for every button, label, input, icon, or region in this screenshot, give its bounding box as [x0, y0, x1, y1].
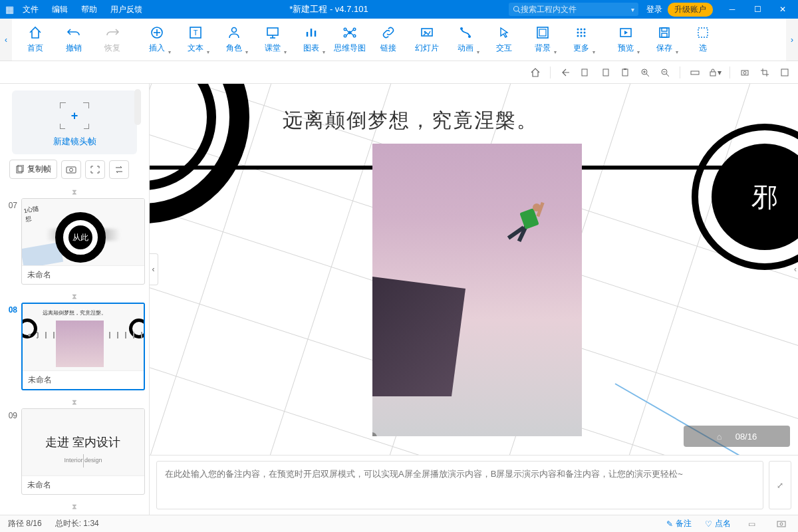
zoom-out-icon[interactable]	[658, 66, 672, 79]
timer-icon: ⧗	[4, 290, 145, 303]
canvas-headline[interactable]: 远离颠倒梦想，究竟涅槃。	[283, 107, 538, 134]
minimize-button[interactable]: ─	[720, 0, 745, 19]
copy-frame-button[interactable]: 复制帧	[9, 160, 57, 179]
ribbon-mindmap-button[interactable]: 思维导图	[331, 21, 369, 58]
ribbon-plus-circle-button[interactable]: 插入▾	[138, 21, 176, 58]
ribbon-interact-button[interactable]: 交互	[485, 21, 523, 58]
expand-icon[interactable]	[778, 66, 791, 79]
canvas-image[interactable]: 8	[372, 144, 582, 436]
chart-icon	[304, 25, 319, 40]
close-button[interactable]: ✕	[770, 0, 795, 19]
frame-thumbnail: 走进 室内设计Interior design	[22, 409, 144, 475]
svg-point-27	[584, 29, 586, 31]
chevron-down-icon: ▾	[593, 49, 595, 55]
ribbon-board-button[interactable]: 课堂▾	[253, 21, 292, 58]
new-frame-button[interactable]: + 新建镜头帧	[12, 90, 137, 154]
ribbon-label: 链接	[380, 43, 396, 54]
ribbon-label: 选	[699, 43, 707, 54]
app-logo-icon: ▦	[3, 3, 16, 16]
chevron-down-icon[interactable]: ▾	[631, 6, 634, 13]
canvas-stage[interactable]: 远离颠倒梦想，究竟涅槃。 8 邪 ⌂ 08/16 ‹ ‹	[150, 84, 798, 455]
frame-item-08[interactable]: 08 远离颠倒梦想，究竟涅槃。 未命名	[4, 303, 145, 390]
slides-icon	[420, 25, 434, 40]
ruler-icon[interactable]	[688, 66, 702, 79]
plus-icon: +	[71, 109, 78, 123]
maximize-button[interactable]: ☐	[745, 0, 770, 19]
ribbon-anim-button[interactable]: 动画▾	[446, 21, 485, 58]
search-box[interactable]: ▾	[509, 3, 638, 16]
like-button[interactable]: ♡ 点名	[705, 518, 731, 529]
frame-name: 未命名	[22, 475, 144, 494]
ribbon-label: 保存	[656, 43, 672, 54]
screen-icon[interactable]: ▭	[744, 519, 759, 529]
frame-item-09[interactable]: 09 走进 室内设计Interior design 未命名	[4, 408, 145, 495]
ribbon-save-button[interactable]: 保存▾	[645, 21, 684, 58]
frame-item-07[interactable]: 07 1心随想从此 未命名	[4, 198, 145, 285]
frame-name: 未命名	[23, 370, 144, 389]
notes-toggle-button[interactable]: ✎ 备注	[666, 518, 692, 529]
ribbon-scroll-right[interactable]: ›	[786, 19, 798, 61]
ribbon-home-button[interactable]: 首页	[16, 21, 55, 58]
upgrade-button[interactable]: 升级账户	[668, 3, 713, 17]
camera-icon[interactable]	[773, 520, 790, 528]
more-icon	[574, 25, 589, 40]
collapse-left-icon[interactable]: ‹	[150, 253, 158, 285]
svg-line-49	[666, 74, 669, 76]
status-duration: 总时长: 1:34	[55, 518, 99, 529]
ribbon-select-button[interactable]: 选	[684, 21, 722, 58]
svg-rect-19	[422, 29, 432, 36]
anim-icon	[458, 25, 473, 40]
ribbon-preview-button[interactable]: 预览▾	[606, 21, 645, 58]
frame-list[interactable]: ⧗ 07 1心随想从此 未命名 ⧗ 08 远离颠倒梦想，究竟涅槃。 未命名	[0, 186, 149, 515]
ribbon-label: 撤销	[66, 43, 82, 54]
menu-edit[interactable]: 编辑	[45, 0, 74, 19]
timer-icon: ⧗	[4, 500, 145, 513]
ribbon-text-button[interactable]: T文本▾	[176, 21, 215, 58]
statusbar: 路径 8/16 总时长: 1:34 ✎ 备注 ♡ 点名 ▭	[0, 515, 798, 532]
ribbon-bg-button[interactable]: 背景▾	[523, 21, 562, 58]
search-icon	[513, 5, 521, 13]
lock-icon[interactable]: ▾	[708, 66, 722, 79]
paste-icon[interactable]	[598, 66, 612, 79]
scrollbar-thumb[interactable]	[134, 89, 141, 125]
svg-point-7	[232, 28, 237, 33]
nav-back-icon[interactable]	[559, 66, 572, 79]
status-path: 路径 8/16	[8, 518, 42, 529]
svg-point-16	[353, 28, 356, 31]
swap-icon[interactable]	[109, 160, 129, 179]
clipboard-icon[interactable]	[618, 66, 632, 79]
camera-frame-icon[interactable]	[61, 160, 81, 179]
home-icon[interactable]: ⌂	[717, 432, 722, 442]
ribbon-person-button[interactable]: 角色▾	[215, 21, 253, 58]
ribbon-undo-button[interactable]: 撤销	[55, 21, 93, 58]
crop-icon[interactable]	[758, 66, 771, 79]
ribbon-group: 首页撤销恢复插入▾T文本▾角色▾课堂▾图表▾思维导图链接幻灯片动画▾交互背景▾更…	[12, 19, 726, 61]
search-input[interactable]	[521, 5, 634, 14]
ribbon-more-button[interactable]: 更多▾	[562, 21, 600, 58]
menu-file[interactable]: 文件	[16, 0, 45, 19]
page-counter-overlay: ⌂ 08/16	[684, 426, 790, 447]
ribbon-slides-button[interactable]: 幻灯片	[408, 21, 446, 58]
notes-input[interactable]	[156, 461, 763, 509]
ribbon-link-button[interactable]: 链接	[369, 21, 408, 58]
home-icon[interactable]	[529, 66, 542, 79]
collapse-right-icon[interactable]: ‹	[792, 253, 798, 285]
svg-text:T: T	[194, 29, 198, 37]
scan-icon[interactable]	[85, 160, 105, 179]
canvas-right-circle[interactable]: 邪	[692, 124, 798, 270]
camera-icon[interactable]	[738, 66, 751, 79]
login-link[interactable]: 登录	[646, 4, 662, 15]
ribbon: ‹ 首页撤销恢复插入▾T文本▾角色▾课堂▾图表▾思维导图链接幻灯片动画▾交互背景…	[0, 19, 798, 61]
zoom-in-icon[interactable]	[638, 66, 652, 79]
svg-rect-59	[777, 521, 785, 527]
frame-number: 09	[4, 408, 17, 495]
menu-feedback[interactable]: 用户反馈	[104, 0, 149, 19]
plus-circle-icon	[150, 25, 164, 40]
ribbon-chart-button[interactable]: 图表▾	[292, 21, 331, 58]
expand-notes-icon[interactable]: ⤢	[769, 461, 791, 509]
ribbon-scroll-left[interactable]: ‹	[0, 19, 12, 61]
undo-icon	[66, 25, 81, 40]
canvas-toolbar: ▾	[0, 61, 798, 84]
copy-icon[interactable]	[579, 66, 592, 79]
menu-help[interactable]: 帮助	[74, 0, 104, 19]
